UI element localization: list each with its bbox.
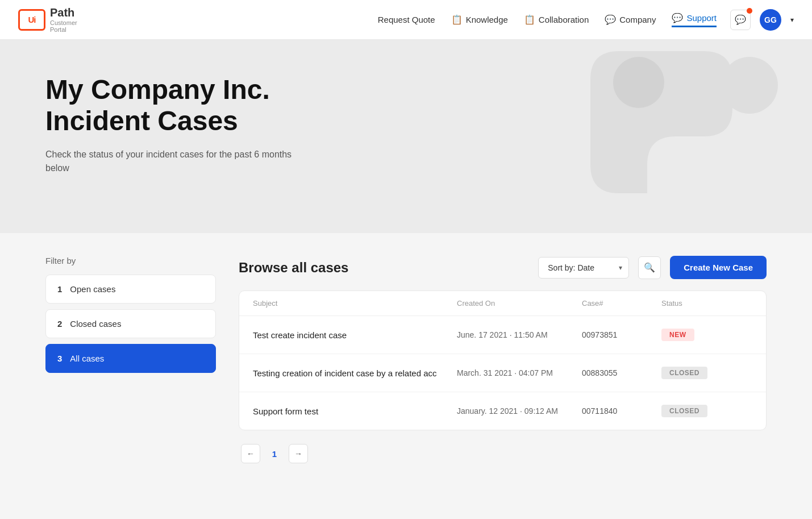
chevron-right-icon: → [294, 449, 302, 458]
collaboration-icon: 📋 [524, 14, 535, 25]
status-badge: NEW [661, 329, 752, 341]
notification-button[interactable]: 💬 [730, 10, 751, 30]
hero-subtitle: Check the status of your incident cases … [45, 148, 307, 175]
filter-all-cases-num: 3 [57, 354, 62, 363]
nav-link-collaboration[interactable]: 📋 Collaboration [524, 14, 589, 25]
navbar: Ui Path CustomerPortal Request Quote 📋 K… [0, 0, 812, 40]
col-created-on: Created On [457, 299, 582, 308]
case-number: 00883055 [582, 368, 661, 377]
case-subject: Testing creation of incident case by a r… [253, 367, 457, 379]
main-content: Filter by 1 Open cases 2 Closed cases 3 … [0, 233, 812, 486]
table-row[interactable]: Support form test January. 12 2021 · 09:… [239, 392, 766, 430]
sort-select[interactable]: Sort by: Date [538, 257, 629, 279]
cases-area: Browse all cases Sort by: Date ▾ 🔍 Creat… [239, 256, 767, 463]
table-header: Subject Created On Case# Status [239, 291, 766, 316]
filter-open-cases-num: 1 [57, 284, 62, 294]
notification-icon: 💬 [735, 14, 746, 25]
notification-badge [747, 8, 752, 14]
status-closed-badge-2: CLOSED [661, 405, 707, 417]
nav-link-support[interactable]: 💬 Support [672, 13, 717, 27]
case-date: March. 31 2021 · 04:07 PM [457, 368, 582, 377]
create-new-case-button[interactable]: Create New Case [670, 256, 767, 279]
case-date: January. 12 2021 · 09:12 AM [457, 406, 582, 416]
filter-closed-cases[interactable]: 2 Closed cases [45, 309, 216, 338]
search-button[interactable]: 🔍 [638, 256, 661, 279]
case-subject: Support form test [253, 405, 457, 417]
status-badge: CLOSED [661, 405, 752, 417]
filter-all-cases[interactable]: 3 All cases [45, 344, 216, 373]
hero-decorative-shape [590, 51, 784, 222]
logo-icon: Ui [18, 9, 45, 31]
nav-right: 💬 GG ▾ [730, 9, 794, 31]
status-closed-badge: CLOSED [661, 367, 707, 379]
filter-open-cases-label: Open cases [70, 284, 115, 294]
company-icon: 💬 [605, 14, 616, 25]
logo-area: Ui Path CustomerPortal [18, 6, 77, 33]
search-icon: 🔍 [644, 262, 655, 273]
table-row[interactable]: Testing creation of incident case by a r… [239, 354, 766, 392]
status-new-badge: NEW [661, 329, 694, 341]
pagination-prev-button[interactable]: ← [241, 444, 260, 463]
brand-name: Path [50, 6, 74, 19]
pagination-next-button[interactable]: → [289, 444, 308, 463]
avatar[interactable]: GG [760, 9, 781, 31]
sort-wrapper: Sort by: Date ▾ [538, 257, 629, 279]
col-status: Status [661, 299, 752, 308]
filter-closed-cases-label: Closed cases [70, 319, 121, 329]
cases-title: Browse all cases [239, 260, 348, 276]
pagination-page-1[interactable]: 1 [265, 444, 284, 463]
nav-link-request-quote[interactable]: Request Quote [378, 15, 435, 24]
sidebar: Filter by 1 Open cases 2 Closed cases 3 … [45, 256, 216, 379]
nav-item-collaboration[interactable]: 📋 Collaboration [524, 14, 589, 25]
filter-open-cases[interactable]: 1 Open cases [45, 275, 216, 304]
avatar-chevron-icon[interactable]: ▾ [790, 16, 794, 24]
chevron-left-icon: ← [247, 449, 255, 458]
case-date: June. 17 2021 · 11:50 AM [457, 330, 582, 339]
case-number: 00711840 [582, 406, 661, 416]
cases-table: Subject Created On Case# Status Test cre… [239, 290, 767, 430]
nav-links: Request Quote 📋 Knowledge 📋 Collaboratio… [378, 13, 717, 27]
status-badge: CLOSED [661, 367, 752, 379]
hero-title: My Company Inc. Incident Cases [45, 74, 341, 136]
nav-item-knowledge[interactable]: 📋 Knowledge [451, 14, 508, 25]
pagination: ← 1 → [239, 444, 767, 463]
case-subject: Test create incident case [253, 329, 457, 341]
hero-section: My Company Inc. Incident Cases Check the… [0, 40, 812, 233]
nav-item-support[interactable]: 💬 Support [672, 13, 717, 27]
nav-link-knowledge[interactable]: 📋 Knowledge [451, 14, 508, 25]
nav-item-request-quote[interactable]: Request Quote [378, 15, 435, 24]
filter-all-cases-label: All cases [70, 354, 104, 363]
table-row[interactable]: Test create incident case June. 17 2021 … [239, 316, 766, 354]
nav-link-company[interactable]: 💬 Company [605, 14, 656, 25]
filter-label: Filter by [45, 256, 216, 265]
svg-point-0 [721, 57, 778, 114]
col-case-num: Case# [582, 299, 661, 308]
filter-closed-cases-num: 2 [57, 319, 62, 329]
support-icon: 💬 [672, 13, 683, 23]
cases-header: Browse all cases Sort by: Date ▾ 🔍 Creat… [239, 256, 767, 279]
knowledge-icon: 📋 [451, 14, 463, 25]
portal-label: CustomerPortal [50, 19, 77, 33]
col-subject: Subject [253, 299, 457, 308]
case-number: 00973851 [582, 330, 661, 339]
nav-item-company[interactable]: 💬 Company [605, 14, 656, 25]
